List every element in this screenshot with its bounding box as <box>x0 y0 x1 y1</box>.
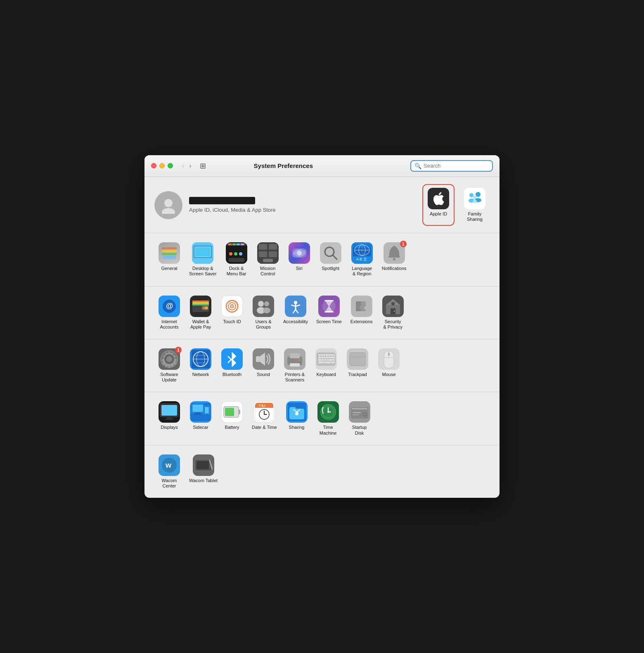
apple-id-icon <box>428 188 449 209</box>
svg-point-161 <box>327 411 329 413</box>
pref-item-language[interactable]: A B 文 Language& Region <box>347 240 377 279</box>
pref-item-sound[interactable]: Sound <box>249 346 278 385</box>
apple-id-icon-wrapper <box>428 188 449 209</box>
trackpad-svg <box>349 352 366 367</box>
svg-rect-128 <box>388 353 390 356</box>
sharing-label: Sharing <box>289 425 305 430</box>
svg-point-78 <box>393 310 395 312</box>
profile-info: Apple ID, iCloud, Media & App Store <box>189 197 417 213</box>
svg-point-63 <box>264 301 269 306</box>
svg-point-165 <box>364 414 366 415</box>
svg-rect-142 <box>239 409 240 414</box>
window-title: System Preferences <box>161 162 405 169</box>
svg-rect-123 <box>331 362 335 363</box>
svg-rect-135 <box>192 405 203 412</box>
desktop-label: Desktop &Screen Saver <box>189 266 217 277</box>
svg-rect-117 <box>324 359 327 361</box>
pref-item-startup-disk[interactable]: StartupDisk <box>345 399 374 438</box>
pref-item-general[interactable]: General <box>154 240 184 279</box>
prefs-grid-1: General Desktop &Screen Saver <box>154 240 490 279</box>
pref-item-desktop[interactable]: Desktop &Screen Saver <box>186 240 220 279</box>
pref-item-mouse[interactable]: Mouse <box>374 346 404 385</box>
pref-item-security[interactable]: Security& Privacy <box>378 293 408 332</box>
wallet-svg <box>192 299 210 314</box>
pref-item-users-groups[interactable]: Users &Groups <box>249 293 278 332</box>
wacom-tablet-svg <box>194 458 213 473</box>
pref-item-notifications[interactable]: 1 Notifications <box>379 240 410 279</box>
pref-item-sidecar[interactable]: Sidecar <box>186 399 215 438</box>
pref-item-wallet[interactable]: Wallet &Apple Pay <box>186 293 215 332</box>
svg-rect-137 <box>194 414 201 415</box>
software-update-badge: 1 <box>175 347 182 353</box>
prefs-grid-3: 1 SoftwareUpdate <box>154 346 490 385</box>
pref-item-network[interactable]: Network <box>186 346 215 385</box>
svg-point-3 <box>469 193 474 197</box>
pref-item-bluetooth[interactable]: Bluetooth <box>217 346 247 385</box>
pref-item-battery[interactable]: Battery <box>217 399 247 438</box>
section-1: General Desktop &Screen Saver <box>144 233 500 286</box>
pref-item-touchid[interactable]: Touch ID <box>217 293 247 332</box>
pref-item-extensions[interactable]: Extensions <box>347 293 376 332</box>
titlebar: ‹ › ⊞ System Preferences 🔍 <box>144 155 500 177</box>
pref-item-time-machine[interactable]: TimeMachine <box>313 399 343 438</box>
svg-point-56 <box>205 306 208 310</box>
svg-rect-132 <box>165 419 173 420</box>
touchid-label: Touch ID <box>223 319 241 324</box>
keyboard-svg <box>317 353 336 366</box>
sharing-svg <box>288 403 306 421</box>
extensions-svg <box>353 298 371 315</box>
section-2: @ InternetAccounts <box>144 286 500 339</box>
pref-item-keyboard[interactable]: Keyboard <box>311 346 341 385</box>
prefs-grid-5: w WacomCenter <box>154 452 490 491</box>
pref-item-printers[interactable]: Printers &Scanners <box>280 346 310 385</box>
svg-rect-119 <box>329 359 332 361</box>
pref-item-software-update[interactable]: 1 SoftwareUpdate <box>154 346 184 385</box>
keyboard-label: Keyboard <box>316 372 336 377</box>
svg-text:@: @ <box>166 302 173 310</box>
svg-rect-23 <box>229 252 232 256</box>
pref-item-accessibility[interactable]: Accessibility <box>280 293 311 332</box>
pref-item-date-time[interactable]: 17 JUL Date & Time <box>249 399 280 438</box>
pref-item-spotlight[interactable]: Spotlight <box>316 240 346 279</box>
profile-section: Apple ID, iCloud, Media & App Store Appl… <box>144 177 500 233</box>
family-sharing-icon-wrapper <box>464 188 485 209</box>
svg-point-35 <box>297 251 302 256</box>
svg-rect-32 <box>263 259 273 262</box>
sidecar-label: Sidecar <box>193 425 208 430</box>
pref-item-wacom-tablet[interactable]: Wacom Tablet <box>186 452 221 491</box>
pref-item-wacom-center[interactable]: w WacomCenter <box>154 452 184 491</box>
svg-rect-31 <box>269 251 277 257</box>
pref-item-screen-time[interactable]: Screen Time <box>313 293 345 332</box>
svg-rect-105 <box>326 354 328 356</box>
pref-item-internet-accounts[interactable]: @ InternetAccounts <box>154 293 184 332</box>
avatar <box>154 191 182 219</box>
close-button[interactable] <box>151 163 156 168</box>
pref-item-siri[interactable]: Siri <box>284 240 314 279</box>
timemachine-svg <box>319 403 337 421</box>
svg-rect-29 <box>269 244 277 250</box>
svg-point-61 <box>258 301 264 307</box>
search-input[interactable] <box>424 163 489 169</box>
pref-item-mission-control[interactable]: MissionControl <box>253 240 283 279</box>
pref-item-family-sharing[interactable]: FamilySharing <box>460 185 490 225</box>
pref-item-sharing[interactable]: Sharing <box>282 399 312 438</box>
pref-item-trackpad[interactable]: Trackpad <box>343 346 372 385</box>
svg-rect-167 <box>353 414 358 415</box>
screen-time-label: Screen Time <box>316 319 342 324</box>
svg-rect-25 <box>239 252 242 256</box>
prefs-grid-4: Displays <box>154 399 490 438</box>
accessibility-label: Accessibility <box>283 319 308 324</box>
svg-rect-26 <box>228 258 245 262</box>
pref-item-apple-id[interactable]: Apple ID <box>424 185 453 225</box>
svg-point-60 <box>232 305 233 307</box>
startup-svg <box>350 404 369 420</box>
svg-rect-130 <box>161 405 177 416</box>
svg-rect-122 <box>324 362 331 363</box>
startup-disk-label: StartupDisk <box>352 425 367 435</box>
pref-item-displays[interactable]: Displays <box>154 399 184 438</box>
pref-item-dock[interactable]: Dock &Menu Bar <box>222 240 251 279</box>
wacom-tablet-label: Wacom Tablet <box>189 478 218 483</box>
search-box[interactable]: 🔍 <box>410 160 493 172</box>
svg-point-99 <box>299 359 301 361</box>
spotlight-label: Spotlight <box>322 266 339 271</box>
